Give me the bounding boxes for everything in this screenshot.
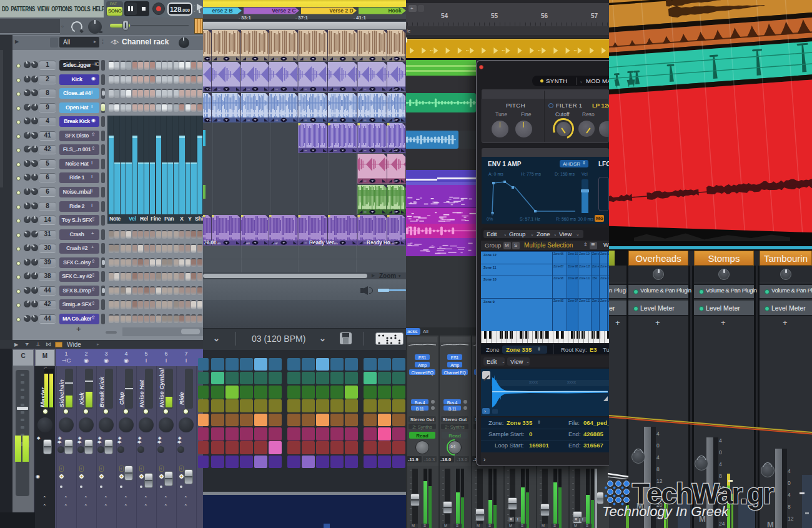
- svg-text:...: ...: [245, 240, 250, 246]
- svg-text:Ready Ver...: Ready Ver...: [309, 240, 338, 246]
- svg-text:70.00...: 70.00...: [204, 240, 220, 246]
- svg-text:Ready Ho...: Ready Ho...: [367, 240, 395, 246]
- svg-text:Technology In Greek: Technology In Greek: [602, 504, 729, 519]
- svg-text:...: ...: [273, 240, 277, 246]
